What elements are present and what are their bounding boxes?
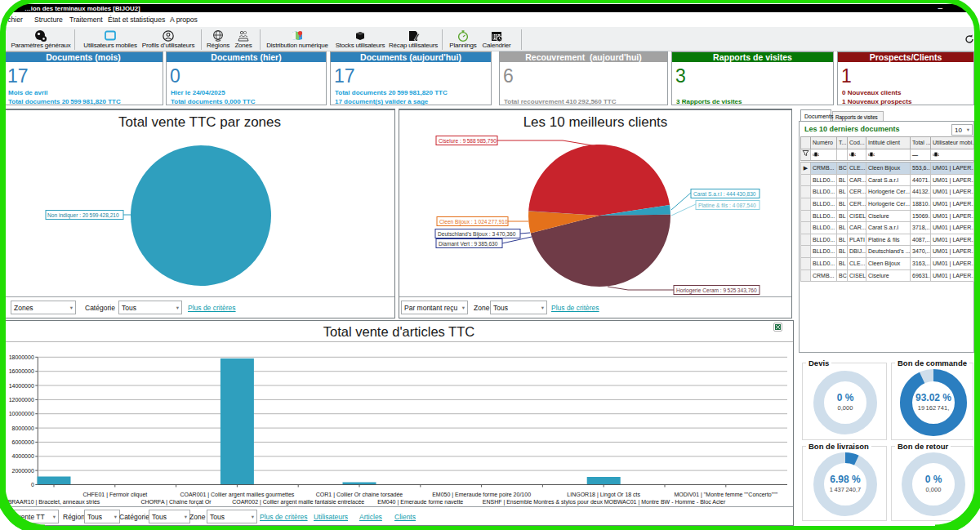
- svg-text:0: 0: [31, 482, 34, 488]
- svg-text:Diamant Vert : 9 385,630: Diamant Vert : 9 385,630: [439, 241, 498, 247]
- svg-text:c: c: [938, 153, 939, 157]
- svg-text:6.98 %: 6.98 %: [830, 474, 861, 485]
- svg-text:c: c: [873, 153, 875, 157]
- svg-text:1 437 240,7: 1 437 240,7: [830, 486, 861, 493]
- svg-text:16000000: 16000000: [9, 368, 34, 374]
- svg-text:Ciselure : 9 588 985,790: Ciselure : 9 588 985,790: [439, 138, 497, 144]
- svg-text:4000000: 4000000: [12, 453, 34, 459]
- svg-text:14000000: 14000000: [9, 383, 34, 389]
- svg-text:0 %: 0 %: [925, 474, 942, 485]
- svg-text:MODIV01 | "Montre femme ""Conc: MODIV01 | "Montre femme ""Concerto""": [674, 492, 777, 498]
- svg-text:0 %: 0 %: [837, 392, 854, 403]
- svg-text:Cleen Bijoux : 1 024 277,910: Cleen Bijoux : 1 024 277,910: [439, 219, 508, 225]
- svg-text:Non indiquer : 20 599 428,210: Non indiquer : 20 599 428,210: [47, 212, 119, 219]
- svg-text:18000000: 18000000: [9, 354, 34, 360]
- svg-text:0,000: 0,000: [838, 404, 853, 412]
- svg-text:COR1 | Collier Or chaine torsa: COR1 | Collier Or chaine torsadée: [316, 492, 403, 498]
- svg-text:CHFE01 | Fermoir cliquet: CHFE01 | Fermoir cliquet: [82, 492, 147, 498]
- svg-text:c: c: [854, 153, 856, 157]
- svg-text:EM040 | Emeraude forme navette: EM040 | Emeraude forme navette: [377, 499, 463, 506]
- svg-text:MOBWAC01 | Montre BW - Homme -: MOBWAC01 | Montre BW - Homme - Bloc Acie…: [604, 499, 726, 506]
- svg-text:2000000: 2000000: [12, 468, 34, 474]
- svg-text:Horlogerie Ceram : 9 525 343,7: Horlogerie Ceram : 9 525 343,760: [676, 287, 757, 294]
- svg-text:19 162 741,: 19 162 741,: [918, 404, 949, 412]
- svg-text:0,000: 0,000: [926, 486, 942, 493]
- svg-text:COAR002 | Collier argent maill: COAR002 | Collier argent maille fantaisi…: [232, 499, 364, 506]
- svg-text:ENSHF | Ensemble Montres & sty: ENSHF | Ensemble Montres & stylos pour d…: [483, 499, 604, 506]
- svg-text:93.02 %: 93.02 %: [915, 392, 951, 403]
- svg-text:Platine & fils : 4 087,540: Platine & fils : 4 087,540: [698, 203, 756, 208]
- svg-text:12000000: 12000000: [9, 397, 34, 403]
- svg-text:CHORFA | Chaîne forçat Or: CHORFA | Chaîne forçat Or: [140, 499, 212, 506]
- svg-text:LINGOR18 | Lingot Or 18 cts: LINGOR18 | Lingot Or 18 cts: [567, 492, 640, 498]
- svg-text:Deutschland's Bijoux : 3 470,3: Deutschland's Bijoux : 3 470,360: [438, 231, 516, 238]
- svg-text:COAR001 | Collier argent maill: COAR001 | Collier argent mailles gourmet…: [180, 492, 294, 498]
- svg-text:c: c: [817, 153, 819, 157]
- svg-text:10000000: 10000000: [9, 411, 34, 416]
- svg-text:8000000: 8000000: [12, 425, 34, 431]
- svg-text:BRAAR10 | Bracelet, anneaux st: BRAAR10 | Bracelet, anneaux striés: [8, 499, 100, 506]
- svg-text:EM050 | Emeraude forme poire 2: EM050 | Emeraude forme poire 20/100: [432, 492, 531, 498]
- svg-text:Carat S.a.r.l : 444 430,830: Carat S.a.r.l : 444 430,830: [693, 191, 756, 197]
- svg-text:6000000: 6000000: [12, 439, 34, 445]
